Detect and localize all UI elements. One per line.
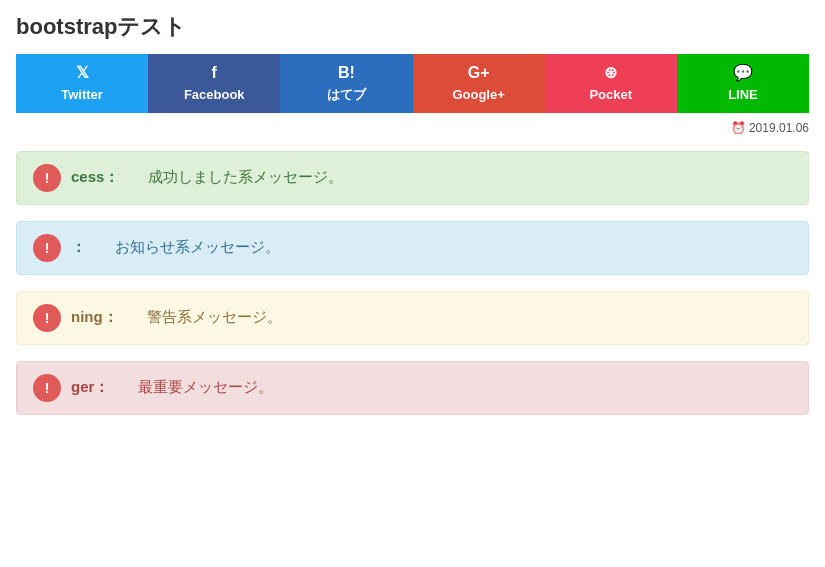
alert-info: ! ： お知らせ系メッセージ。 bbox=[16, 221, 809, 275]
page-title: bootstrapテスト bbox=[16, 12, 809, 42]
alert-warning-label: ning： bbox=[71, 308, 118, 327]
pocket-label: Pocket bbox=[589, 86, 632, 104]
facebook-label: Facebook bbox=[184, 86, 245, 104]
alert-success-label: cess： bbox=[71, 168, 119, 187]
alert-danger-icon: ! bbox=[33, 374, 61, 402]
twitter-icon: 𝕏 bbox=[76, 62, 89, 84]
alert-warning: ! ning： 警告系メッセージ。 bbox=[16, 291, 809, 345]
line-label: LINE bbox=[728, 86, 758, 104]
twitter-label: Twitter bbox=[61, 86, 103, 104]
alert-warning-icon: ! bbox=[33, 304, 61, 332]
pocket-icon: ⊛ bbox=[604, 62, 617, 84]
clock-icon: ⏰ bbox=[731, 121, 746, 135]
alert-success: ! cess： 成功しました系メッセージ。 bbox=[16, 151, 809, 205]
hatena-label: はてブ bbox=[327, 86, 366, 104]
alert-info-icon: ! bbox=[33, 234, 61, 262]
twitter-button[interactable]: 𝕏 Twitter bbox=[16, 54, 148, 113]
alert-info-message: お知らせ系メッセージ。 bbox=[100, 238, 280, 257]
googleplus-label: Google+ bbox=[452, 86, 504, 104]
date-row: ⏰ 2019.01.06 bbox=[16, 121, 809, 135]
line-icon: 💬 bbox=[733, 62, 753, 84]
alert-warning-message: 警告系メッセージ。 bbox=[132, 308, 282, 327]
hatena-icon: B! bbox=[338, 62, 355, 84]
pocket-button[interactable]: ⊛ Pocket bbox=[545, 54, 677, 113]
alert-danger-message: 最重要メッセージ。 bbox=[123, 378, 273, 397]
hatena-button[interactable]: B! はてブ bbox=[280, 54, 412, 113]
googleplus-button[interactable]: G+ Google+ bbox=[413, 54, 545, 113]
alert-info-label: ： bbox=[71, 238, 86, 257]
share-buttons-row: 𝕏 Twitter f Facebook B! はてブ G+ Google+ ⊛… bbox=[16, 54, 809, 113]
alert-danger-label: ger： bbox=[71, 378, 109, 397]
facebook-icon: f bbox=[212, 62, 217, 84]
alert-success-icon: ! bbox=[33, 164, 61, 192]
alert-success-message: 成功しました系メッセージ。 bbox=[133, 168, 343, 187]
facebook-button[interactable]: f Facebook bbox=[148, 54, 280, 113]
publish-date: 2019.01.06 bbox=[749, 121, 809, 135]
alert-danger: ! ger： 最重要メッセージ。 bbox=[16, 361, 809, 415]
line-button[interactable]: 💬 LINE bbox=[677, 54, 809, 113]
googleplus-icon: G+ bbox=[468, 62, 490, 84]
